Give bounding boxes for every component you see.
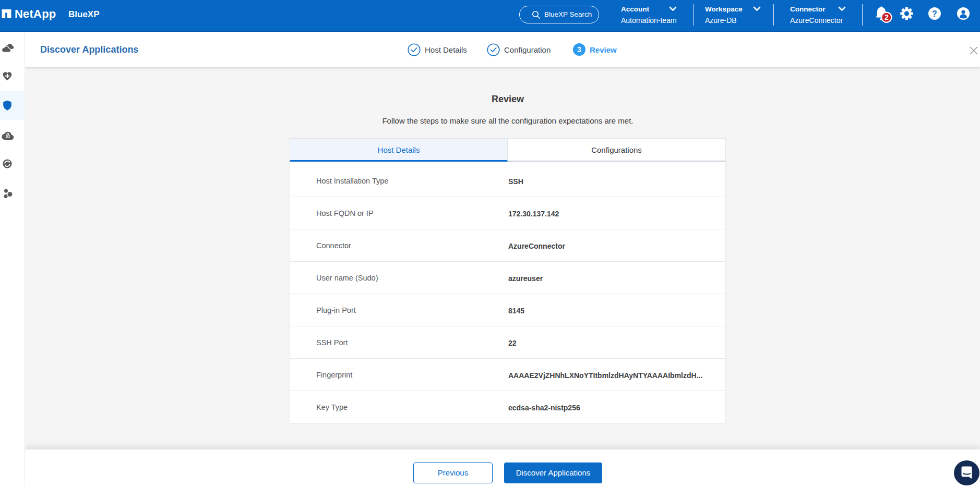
svg-text:2: 2 bbox=[885, 13, 889, 21]
svg-text:?: ? bbox=[932, 9, 937, 18]
